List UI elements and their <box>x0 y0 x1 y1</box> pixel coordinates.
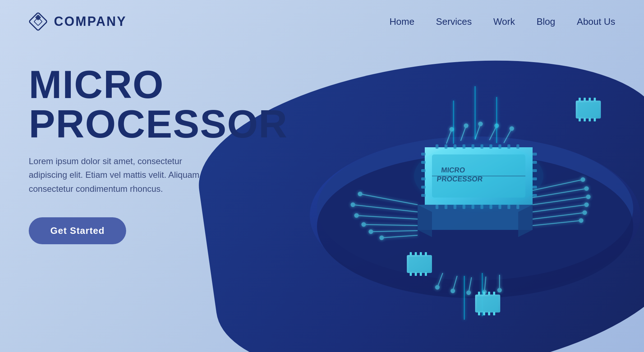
cpu-illustration: MICRO PROCESSOR <box>231 29 644 352</box>
svg-rect-99 <box>589 118 591 121</box>
svg-rect-110 <box>425 272 427 276</box>
logo-icon <box>29 12 47 31</box>
svg-point-11 <box>355 214 358 217</box>
svg-point-41 <box>436 286 439 289</box>
svg-rect-85 <box>533 153 537 156</box>
svg-rect-114 <box>483 292 485 295</box>
svg-rect-90 <box>533 194 537 197</box>
svg-rect-69 <box>436 205 438 209</box>
svg-point-25 <box>585 203 588 207</box>
svg-rect-59 <box>436 144 438 149</box>
svg-point-17 <box>380 236 383 240</box>
get-started-button[interactable]: Get Started <box>29 217 126 244</box>
svg-point-23 <box>586 195 590 199</box>
hero-section: MICRO PROCESSOR Lorem ipsum dolor sit am… <box>29 65 244 244</box>
svg-point-33 <box>464 124 468 128</box>
svg-rect-117 <box>478 312 480 315</box>
svg-point-13 <box>362 223 365 226</box>
svg-rect-112 <box>477 296 498 311</box>
svg-rect-98 <box>584 118 586 121</box>
svg-rect-68 <box>516 144 519 149</box>
svg-point-21 <box>585 187 588 190</box>
svg-rect-70 <box>445 205 447 209</box>
small-chip-bottom-left <box>407 252 432 276</box>
svg-rect-102 <box>409 257 430 271</box>
svg-rect-104 <box>415 252 417 256</box>
svg-rect-96 <box>594 98 596 101</box>
svg-rect-79 <box>421 153 426 156</box>
svg-rect-77 <box>507 205 510 209</box>
svg-rect-93 <box>579 98 581 101</box>
svg-rect-108 <box>415 272 417 276</box>
logo-area: COMPANY <box>29 12 126 31</box>
svg-rect-116 <box>493 292 495 295</box>
svg-rect-115 <box>488 292 490 295</box>
nav-links: Home Services Work Blog About Us <box>390 16 615 27</box>
svg-point-49 <box>498 288 501 292</box>
svg-rect-103 <box>410 252 412 256</box>
svg-point-27 <box>583 211 586 214</box>
svg-rect-84 <box>421 194 426 197</box>
hero-description: Lorem ipsum dolor sit amet, consectetur … <box>29 154 216 196</box>
svg-point-45 <box>467 291 470 295</box>
svg-rect-113 <box>478 292 480 295</box>
nav-home[interactable]: Home <box>390 16 414 27</box>
nav-work[interactable]: Work <box>493 16 515 27</box>
svg-point-39 <box>510 127 514 130</box>
svg-point-7 <box>358 192 362 196</box>
svg-point-9 <box>351 203 355 207</box>
small-chip-bottom-center <box>475 292 500 315</box>
svg-rect-107 <box>410 272 412 276</box>
svg-rect-78 <box>516 205 519 209</box>
svg-rect-97 <box>579 118 581 121</box>
svg-rect-106 <box>425 252 427 256</box>
svg-rect-94 <box>584 98 586 101</box>
svg-rect-120 <box>493 312 495 315</box>
hero-title: MICRO PROCESSOR <box>29 65 244 144</box>
logo-text: COMPANY <box>54 14 126 29</box>
nav-blog[interactable]: Blog <box>537 16 555 27</box>
svg-rect-92 <box>578 102 599 117</box>
nav-about[interactable]: About Us <box>577 16 615 27</box>
navbar: COMPANY Home Services Work Blog About Us <box>0 0 644 43</box>
svg-point-29 <box>579 219 583 222</box>
nav-services[interactable]: Services <box>436 16 472 27</box>
svg-rect-95 <box>589 98 591 101</box>
svg-point-121 <box>414 144 543 208</box>
svg-rect-100 <box>594 118 596 121</box>
svg-rect-105 <box>420 252 422 256</box>
svg-rect-118 <box>483 312 485 315</box>
svg-point-19 <box>581 178 585 181</box>
small-chip-top-right <box>576 98 601 121</box>
svg-rect-119 <box>488 312 490 315</box>
svg-point-15 <box>369 230 373 233</box>
svg-rect-109 <box>420 272 422 276</box>
